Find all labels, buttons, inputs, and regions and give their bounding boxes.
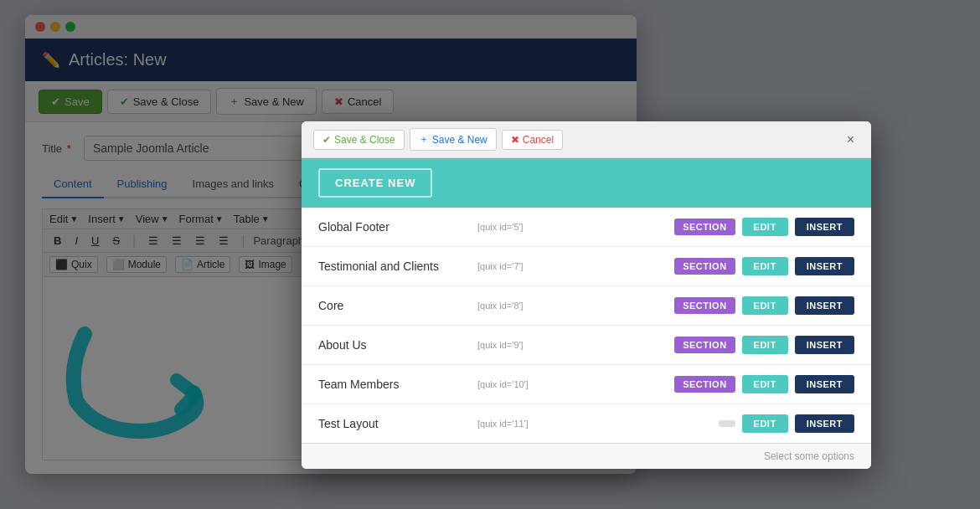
- footer-text: Select some options: [764, 450, 854, 462]
- template-id: [quix id='5']: [477, 222, 561, 232]
- template-id: [quix id='11']: [477, 419, 561, 429]
- template-name: Core: [318, 299, 469, 312]
- insert-button[interactable]: INSERT: [795, 336, 854, 354]
- edit-button[interactable]: EDIT: [742, 375, 788, 393]
- template-id: [quix id='10']: [477, 379, 561, 389]
- insert-button[interactable]: INSERT: [795, 296, 854, 315]
- template-name: Test Layout: [318, 417, 469, 430]
- edit-button[interactable]: EDIT: [742, 336, 788, 354]
- insert-button[interactable]: INSERT: [795, 257, 854, 275]
- modal-save-new-button[interactable]: ＋ Save & New: [410, 128, 497, 151]
- insert-button[interactable]: INSERT: [795, 375, 854, 393]
- list-item: Team Members [quix id='10'] SECTION EDIT…: [302, 365, 871, 404]
- modal-close-button[interactable]: ×: [842, 131, 859, 149]
- edit-button[interactable]: EDIT: [742, 414, 788, 433]
- row-actions: SECTION EDIT INSERT: [674, 296, 854, 315]
- section-tag-empty: [719, 420, 735, 427]
- list-item: Testimonial and Clients [quix id='7'] SE…: [302, 247, 871, 286]
- row-actions: SECTION EDIT INSERT: [674, 257, 854, 275]
- template-name: Global Footer: [318, 220, 469, 234]
- list-item: Test Layout [quix id='11'] EDIT INSERT: [302, 404, 871, 443]
- template-name: About Us: [318, 338, 469, 352]
- modal-save-close-button[interactable]: ✔ Save & Close: [313, 130, 405, 150]
- row-actions: SECTION EDIT INSERT: [674, 375, 854, 393]
- list-item: Core [quix id='8'] SECTION EDIT INSERT: [302, 286, 871, 326]
- template-name: Testimonial and Clients: [318, 260, 469, 273]
- modal-template-list: Global Footer [quix id='5'] SECTION EDIT…: [302, 208, 871, 443]
- x-icon: ✖: [511, 134, 519, 146]
- row-actions: EDIT INSERT: [719, 414, 854, 433]
- list-item: Global Footer [quix id='5'] SECTION EDIT…: [302, 208, 871, 247]
- modal-cancel-button[interactable]: ✖ Cancel: [502, 130, 563, 150]
- check-icon: ✔: [322, 134, 331, 146]
- template-id: [quix id='7']: [477, 261, 561, 271]
- plus-icon: ＋: [419, 132, 429, 147]
- template-name: Team Members: [318, 378, 469, 391]
- section-tag: SECTION: [674, 258, 735, 275]
- insert-button[interactable]: INSERT: [795, 414, 854, 433]
- modal-header-bar: CREATE NEW: [302, 158, 871, 208]
- template-id: [quix id='9']: [477, 340, 561, 350]
- row-actions: SECTION EDIT INSERT: [674, 336, 854, 354]
- section-tag: SECTION: [674, 297, 735, 314]
- template-id: [quix id='8']: [477, 301, 561, 311]
- modal-footer: Select some options: [302, 443, 871, 469]
- section-tag: SECTION: [674, 376, 735, 393]
- row-actions: SECTION EDIT INSERT: [674, 218, 854, 236]
- edit-button[interactable]: EDIT: [742, 296, 788, 315]
- insert-button[interactable]: INSERT: [795, 218, 854, 236]
- create-new-button[interactable]: CREATE NEW: [318, 168, 432, 198]
- edit-button[interactable]: EDIT: [742, 257, 788, 275]
- edit-button[interactable]: EDIT: [742, 218, 788, 236]
- section-tag: SECTION: [674, 337, 735, 353]
- list-item: About Us [quix id='9'] SECTION EDIT INSE…: [302, 326, 871, 365]
- section-tag: SECTION: [674, 219, 735, 235]
- modal-mini-toolbar: ✔ Save & Close ＋ Save & New ✖ Cancel ×: [302, 121, 871, 158]
- quix-modal: ✔ Save & Close ＋ Save & New ✖ Cancel × C…: [302, 121, 871, 469]
